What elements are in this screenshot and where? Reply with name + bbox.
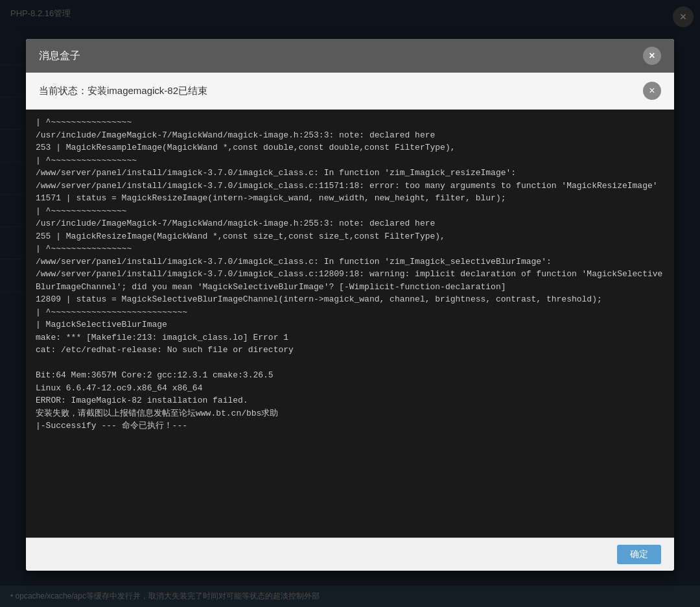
confirm-button[interactable]: 确定 [617, 545, 661, 564]
dialog-header: 消息盒子 × [26, 39, 674, 73]
status-close-button[interactable]: × [643, 82, 661, 100]
dialog-title: 消息盒子 [39, 49, 80, 63]
message-dialog: 消息盒子 × 当前状态：安装imagemagick-82已结束 × | ^~~~… [26, 39, 674, 571]
terminal-output[interactable]: | ^~~~~~~~~~~~~~~~~ /usr/include/ImageMa… [26, 110, 674, 538]
dialog-status-bar: 当前状态：安装imagemagick-82已结束 × [26, 73, 674, 110]
status-text: 当前状态：安装imagemagick-82已结束 [39, 85, 207, 97]
dialog-header-close-button[interactable]: × [643, 47, 661, 65]
dialog-footer: 确定 [26, 538, 674, 571]
